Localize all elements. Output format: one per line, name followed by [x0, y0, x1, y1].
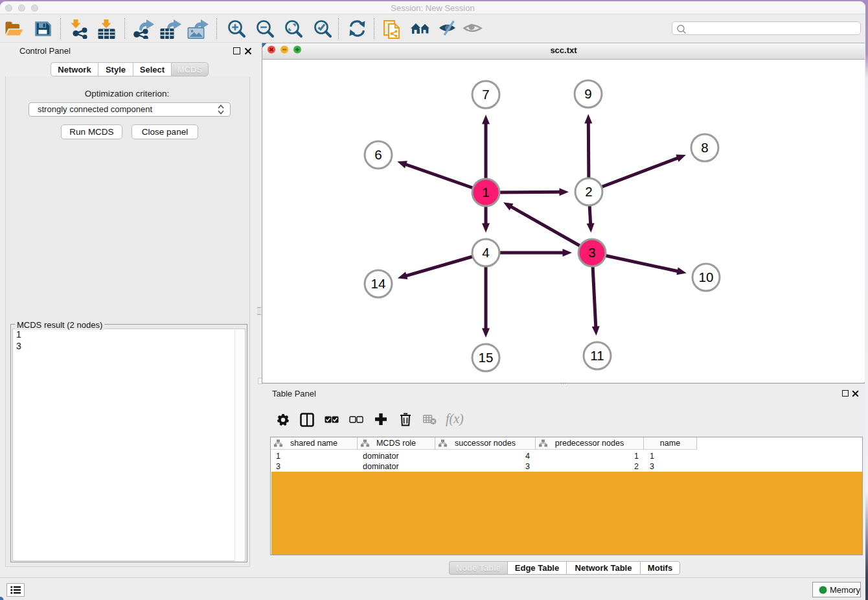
- svg-text:3: 3: [588, 245, 595, 260]
- svg-text:4: 4: [482, 245, 489, 260]
- svg-text:9: 9: [584, 86, 591, 101]
- svg-text:10: 10: [699, 270, 714, 284]
- svg-text:6: 6: [374, 147, 382, 162]
- svg-text:14: 14: [371, 276, 386, 291]
- svg-text:11: 11: [590, 348, 604, 363]
- svg-text:15: 15: [479, 350, 494, 365]
- svg-text:7: 7: [482, 87, 489, 102]
- svg-text:1: 1: [482, 185, 489, 200]
- svg-text:2: 2: [585, 184, 592, 199]
- svg-text:8: 8: [701, 140, 708, 155]
